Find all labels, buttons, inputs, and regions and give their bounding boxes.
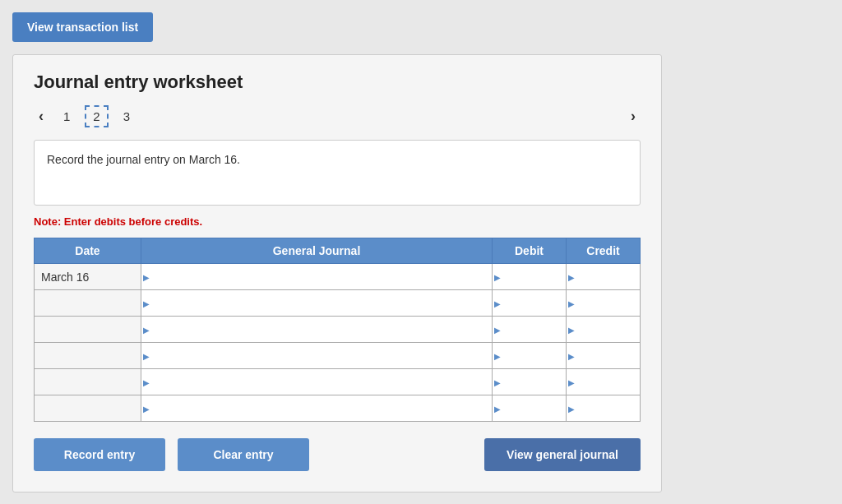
journal-arrow-icon-0: ▶ — [143, 272, 150, 281]
credit-input-1[interactable] — [578, 290, 640, 316]
credit-input-4[interactable] — [578, 369, 640, 395]
debit-input-1[interactable] — [504, 290, 566, 316]
view-transactions-button[interactable]: View transaction list — [12, 12, 153, 42]
credit-input-0[interactable] — [578, 264, 640, 289]
journal-arrow-icon-1: ▶ — [143, 298, 150, 307]
instruction-text: Record the journal entry on March 16. — [47, 153, 240, 166]
table-row: March 16▶▶▶ — [35, 264, 641, 290]
table-header-row: Date General Journal Debit Credit — [35, 238, 641, 264]
journal-input-4[interactable] — [153, 369, 492, 395]
clear-entry-button[interactable]: Clear entry — [178, 438, 309, 471]
debit-input-5[interactable] — [504, 395, 566, 421]
note-prefix: Note: — [34, 215, 61, 228]
debit-cell-4[interactable]: ▶ — [493, 369, 567, 395]
pagination: ‹ 1 2 3 › — [34, 105, 641, 127]
view-general-journal-button[interactable]: View general journal — [484, 438, 641, 471]
debit-arrow-icon-1: ▶ — [494, 298, 501, 307]
journal-input-0[interactable] — [153, 264, 492, 289]
credit-arrow-icon-4: ▶ — [568, 377, 575, 386]
col-header-credit: Credit — [567, 238, 641, 264]
debit-arrow-icon-4: ▶ — [494, 377, 501, 386]
record-entry-button[interactable]: Record entry — [34, 438, 165, 471]
date-cell-0: March 16 — [35, 264, 141, 290]
debit-arrow-icon-0: ▶ — [494, 272, 501, 281]
debit-input-2[interactable] — [504, 317, 566, 342]
pagination-left: ‹ 1 2 3 — [34, 105, 136, 127]
worksheet-title: Journal entry worksheet — [34, 72, 641, 93]
page-1[interactable]: 1 — [57, 107, 76, 126]
journal-arrow-icon-5: ▶ — [143, 404, 150, 413]
debit-cell-5[interactable]: ▶ — [493, 395, 567, 422]
note-text: Note: Enter debits before credits. — [34, 215, 641, 228]
date-cell-5 — [35, 395, 141, 422]
journal-table: Date General Journal Debit Credit March … — [34, 238, 641, 422]
debit-input-3[interactable] — [504, 343, 566, 368]
credit-arrow-icon-1: ▶ — [568, 298, 575, 307]
table-row: ▶▶▶ — [35, 343, 641, 369]
credit-cell-1[interactable]: ▶ — [567, 290, 641, 317]
debit-input-4[interactable] — [504, 369, 566, 395]
journal-cell-0[interactable]: ▶ — [141, 264, 493, 290]
col-header-journal: General Journal — [141, 238, 493, 264]
col-header-date: Date — [35, 238, 141, 264]
credit-input-2[interactable] — [578, 317, 640, 342]
table-row: ▶▶▶ — [35, 317, 641, 343]
journal-cell-1[interactable]: ▶ — [141, 290, 493, 317]
debit-arrow-icon-5: ▶ — [494, 404, 501, 413]
worksheet-container: Journal entry worksheet ‹ 1 2 3 › Record… — [12, 54, 662, 492]
credit-cell-0[interactable]: ▶ — [567, 264, 641, 290]
date-cell-2 — [35, 317, 141, 343]
credit-cell-4[interactable]: ▶ — [567, 369, 641, 395]
credit-input-3[interactable] — [578, 343, 640, 368]
journal-input-1[interactable] — [153, 290, 492, 316]
date-cell-1 — [35, 290, 141, 317]
debit-cell-0[interactable]: ▶ — [493, 264, 567, 290]
journal-arrow-icon-4: ▶ — [143, 377, 150, 386]
journal-arrow-icon-2: ▶ — [143, 325, 150, 334]
journal-cell-4[interactable]: ▶ — [141, 369, 493, 395]
instruction-box: Record the journal entry on March 16. — [34, 140, 641, 206]
credit-input-5[interactable] — [578, 395, 640, 421]
buttons-row: Record entry Clear entry View general jo… — [34, 438, 641, 471]
table-row: ▶▶▶ — [35, 290, 641, 317]
page-2[interactable]: 2 — [85, 105, 108, 127]
debit-cell-1[interactable]: ▶ — [493, 290, 567, 317]
date-cell-4 — [35, 369, 141, 395]
credit-cell-3[interactable]: ▶ — [567, 343, 641, 369]
credit-cell-2[interactable]: ▶ — [567, 317, 641, 343]
journal-cell-3[interactable]: ▶ — [141, 343, 493, 369]
journal-cell-2[interactable]: ▶ — [141, 317, 493, 343]
debit-arrow-icon-2: ▶ — [494, 325, 501, 334]
journal-input-5[interactable] — [153, 395, 492, 421]
date-cell-3 — [35, 343, 141, 369]
prev-page-button[interactable]: ‹ — [34, 106, 49, 127]
debit-input-0[interactable] — [504, 264, 566, 289]
col-header-debit: Debit — [493, 238, 567, 264]
debit-cell-2[interactable]: ▶ — [493, 317, 567, 343]
table-row: ▶▶▶ — [35, 395, 641, 422]
credit-arrow-icon-5: ▶ — [568, 404, 575, 413]
credit-cell-5[interactable]: ▶ — [567, 395, 641, 422]
journal-input-3[interactable] — [153, 343, 492, 368]
journal-cell-5[interactable]: ▶ — [141, 395, 493, 422]
debit-arrow-icon-3: ▶ — [494, 351, 501, 360]
next-page-button[interactable]: › — [626, 106, 641, 127]
page-3[interactable]: 3 — [117, 107, 136, 126]
credit-arrow-icon-0: ▶ — [568, 272, 575, 281]
journal-arrow-icon-3: ▶ — [143, 351, 150, 360]
journal-input-2[interactable] — [153, 317, 492, 342]
top-bar: View transaction list — [12, 12, 830, 42]
credit-arrow-icon-3: ▶ — [568, 351, 575, 360]
credit-arrow-icon-2: ▶ — [568, 325, 575, 334]
note-body: Enter debits before credits. — [61, 215, 202, 228]
debit-cell-3[interactable]: ▶ — [493, 343, 567, 369]
table-row: ▶▶▶ — [35, 369, 641, 395]
